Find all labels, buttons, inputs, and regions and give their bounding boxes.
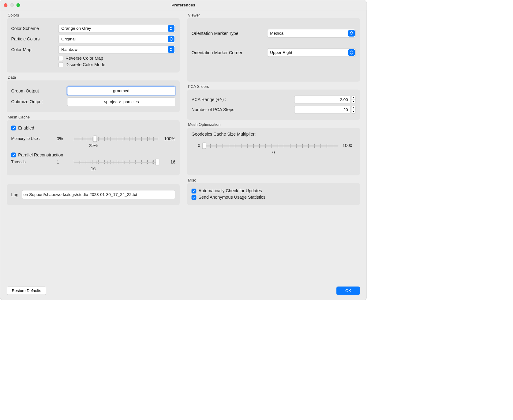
auto-update-label: Automatically Check for Updates (199, 189, 262, 193)
particle-colors-value: Original (61, 36, 76, 41)
pca-steps-value: 20 (343, 107, 348, 112)
parallel-reconstruction-label: Parallel Reconstruction (18, 152, 63, 157)
orientation-corner-value: Upper Right (270, 50, 292, 55)
parallel-reconstruction-checkbox[interactable] (11, 152, 16, 157)
memory-slider[interactable] (74, 137, 158, 141)
chevron-up-down-icon (168, 36, 174, 42)
preferences-window: Preferences Colors Color Scheme Orange o… (0, 0, 367, 300)
pca-range-value: 2.00 (340, 97, 348, 102)
zoom-icon[interactable] (17, 3, 20, 7)
viewer-group: Viewer Orientation Marker Type Medical O… (187, 18, 360, 81)
orientation-corner-label: Orientation Marker Corner (192, 50, 264, 55)
geodesics-value: 0 (192, 150, 356, 155)
log-path-value: on Support/shapeworks/logs/studio-2023-0… (23, 192, 137, 197)
close-icon[interactable] (4, 3, 7, 7)
discrete-color-mode-checkbox[interactable] (58, 62, 63, 67)
chevron-up-icon[interactable]: ▲ (351, 106, 356, 110)
mesh-optimization-group: Mesh Optimization Geodesics Cache Size M… (187, 128, 360, 175)
pca-legend: PCA Sliders (188, 84, 209, 89)
particle-colors-select[interactable]: Original (58, 35, 175, 43)
chevron-down-icon[interactable]: ▼ (351, 110, 356, 114)
memory-value: 25% (11, 143, 175, 148)
window-controls (4, 3, 20, 7)
threads-min-label: 1 (57, 159, 70, 164)
geodesics-label: Geodesics Cache Size Multiplier: (192, 132, 356, 137)
orientation-corner-select[interactable]: Upper Right (267, 48, 356, 57)
colors-group: Colors Color Scheme Orange on Grey Parti… (7, 18, 180, 72)
mesh-optimization-legend: Mesh Optimization (188, 122, 221, 127)
auto-update-checkbox[interactable] (192, 189, 197, 193)
mesh-cache-enabled-label: Enabled (18, 126, 34, 130)
usage-stats-checkbox[interactable] (192, 195, 197, 200)
log-label: Log: (11, 192, 20, 197)
memory-to-use-label: Memory to Use : (11, 136, 53, 141)
color-map-value: Rainbow (61, 47, 77, 52)
threads-max-label: 16 (162, 159, 175, 164)
pca-range-field[interactable]: 2.00 (294, 96, 350, 103)
color-scheme-select[interactable]: Orange on Grey (58, 24, 175, 32)
orientation-type-select[interactable]: Medical (267, 29, 356, 37)
geodesics-min-label: 0 (192, 143, 200, 148)
memory-max-label: 100% (162, 136, 175, 141)
particle-colors-label: Particle Colors (11, 36, 55, 41)
mesh-cache-group: Mesh Cache Enabled Memory to Use : 0% (7, 120, 180, 175)
chevron-up-down-icon (168, 46, 174, 53)
optimize-output-value: <project>_particles (104, 99, 139, 104)
window-title: Preferences (171, 3, 195, 8)
log-group: Log: on Support/shapeworks/logs/studio-2… (7, 184, 180, 205)
restore-defaults-button[interactable]: Restore Defaults (7, 287, 46, 295)
color-scheme-label: Color Scheme (11, 26, 55, 31)
data-legend: Data (8, 75, 16, 80)
viewer-legend: Viewer (188, 13, 200, 17)
usage-stats-label: Send Anonymous Usage Statistics (199, 195, 266, 200)
chevron-up-down-icon (348, 30, 355, 36)
misc-group: Misc Automatically Check for Updates Sen… (187, 183, 360, 205)
chevron-up-down-icon (168, 25, 174, 32)
optimize-output-label: Optimize Output (11, 99, 64, 104)
chevron-down-icon[interactable]: ▼ (351, 100, 356, 104)
titlebar: Preferences (0, 0, 367, 10)
pca-steps-field[interactable]: 20 (294, 106, 350, 114)
pca-steps-stepper[interactable]: ▲ ▼ (351, 106, 356, 114)
misc-legend: Misc (188, 178, 196, 182)
geodesics-max-label: 1000 (343, 143, 356, 148)
threads-slider[interactable] (74, 160, 158, 164)
threads-value: 16 (11, 166, 175, 171)
data-group: Data Groom Output groomed Optimize Outpu… (7, 80, 180, 112)
log-path-field[interactable]: on Support/shapeworks/logs/studio-2023-0… (22, 190, 175, 199)
mesh-cache-enabled-checkbox[interactable] (11, 126, 16, 130)
color-map-label: Color Map (11, 47, 55, 52)
chevron-up-down-icon (348, 49, 355, 56)
groom-output-value: groomed (113, 88, 129, 93)
orientation-type-value: Medical (270, 31, 284, 36)
reverse-color-map-label: Reverse Color Map (66, 56, 103, 61)
pca-group: PCA Sliders PCA Range (+/-) : 2.00 ▲ ▼ N… (187, 89, 360, 120)
geodesics-slider[interactable] (204, 144, 339, 148)
threads-label: Threads (11, 160, 53, 164)
ok-button[interactable]: OK (336, 287, 360, 295)
optimize-output-field[interactable]: <project>_particles (67, 97, 175, 106)
chevron-up-icon[interactable]: ▲ (351, 96, 356, 99)
mesh-cache-legend: Mesh Cache (8, 115, 30, 119)
reverse-color-map-checkbox[interactable] (58, 56, 63, 61)
groom-output-field[interactable]: groomed (67, 86, 175, 95)
pca-range-label: PCA Range (+/-) : (192, 97, 260, 102)
pca-range-stepper[interactable]: ▲ ▼ (351, 96, 356, 103)
groom-output-label: Groom Output (11, 88, 64, 93)
memory-min-label: 0% (57, 136, 70, 141)
orientation-type-label: Orientation Marker Type (192, 31, 264, 36)
color-scheme-value: Orange on Grey (61, 26, 91, 31)
footer: Restore Defaults OK (0, 283, 367, 300)
pca-steps-label: Number of PCA Steps (192, 107, 260, 112)
minimize-icon (10, 3, 14, 7)
discrete-color-mode-label: Discrete Color Mode (66, 62, 105, 67)
color-map-select[interactable]: Rainbow (58, 45, 175, 54)
colors-legend: Colors (8, 13, 19, 17)
